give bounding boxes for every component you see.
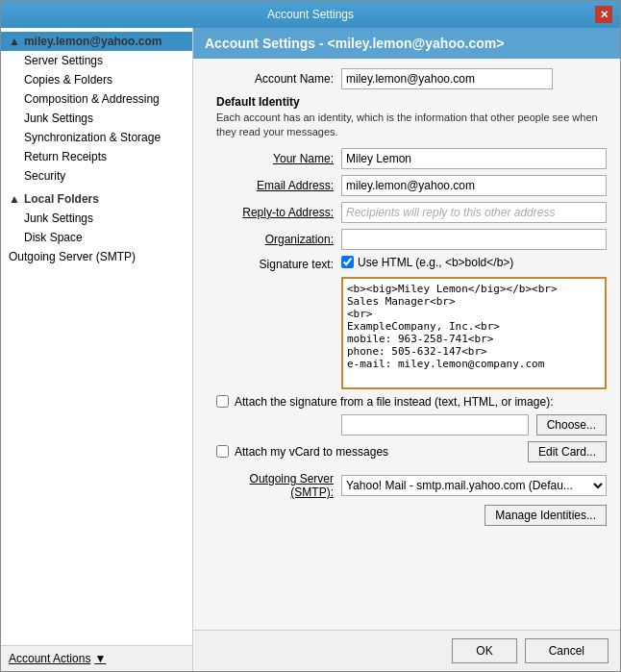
account-settings-window: Account Settings ✕ ▲ miley.lemon@yahoo.c… bbox=[0, 0, 621, 672]
sidebar-item-label: Security bbox=[24, 169, 65, 183]
sidebar-item-local-junk[interactable]: Junk Settings bbox=[1, 209, 192, 228]
outgoing-label: Outgoing Server (SMTP): bbox=[207, 472, 341, 499]
sidebar-item-label: Return Receipts bbox=[24, 150, 107, 163]
account-name-input[interactable] bbox=[341, 68, 553, 89]
signature-text-row: Signature text: Use HTML (e.g., <b>bold<… bbox=[207, 256, 607, 389]
sidebar-item-sync-storage[interactable]: Synchronization & Storage bbox=[1, 128, 192, 147]
signature-textarea[interactable]: <b><big>Miley Lemon</big></b><br> Sales … bbox=[343, 279, 605, 385]
use-html-label: Use HTML (e.g., <b>bold</b>) bbox=[358, 256, 513, 269]
manage-identities-row: Manage Identities... bbox=[207, 505, 607, 526]
panel-header: Account Settings - <miley.lemon@yahoo.co… bbox=[193, 28, 620, 59]
dialog-footer: OK Cancel bbox=[193, 630, 620, 671]
sidebar-item-copies-folders[interactable]: Copies & Folders bbox=[1, 70, 192, 89]
sidebar-item-label: Junk Settings bbox=[24, 212, 93, 225]
organization-row: Organization: bbox=[207, 229, 607, 250]
sidebar-item-security[interactable]: Security bbox=[1, 166, 192, 186]
sidebar-item-return-receipts[interactable]: Return Receipts bbox=[1, 147, 192, 166]
title-bar: Account Settings ✕ bbox=[1, 1, 620, 28]
signature-right: Use HTML (e.g., <b>bold</b>) <b><big>Mil… bbox=[341, 256, 607, 389]
ok-button[interactable]: OK bbox=[452, 638, 516, 663]
sidebar-local-folders-label: Local Folders bbox=[24, 192, 99, 206]
sidebar-item-label: Synchronization & Storage bbox=[24, 131, 161, 144]
reply-to-label: Reply-to Address: bbox=[207, 206, 341, 219]
panel-body: Account Name: Default Identity Each acco… bbox=[193, 59, 620, 630]
close-button[interactable]: ✕ bbox=[595, 6, 612, 23]
sidebar-item-composition[interactable]: Composition & Addressing bbox=[1, 89, 192, 109]
reply-to-input[interactable] bbox=[341, 202, 607, 223]
sidebar-tree: ▲ miley.lemon@yahoo.com Server Settings … bbox=[1, 28, 192, 645]
sidebar-item-label: Server Settings bbox=[24, 54, 103, 67]
email-address-input[interactable] bbox=[341, 175, 607, 196]
email-address-row: Email Address: bbox=[207, 175, 607, 196]
attach-sig-path-input[interactable] bbox=[341, 414, 529, 436]
your-name-input[interactable] bbox=[341, 148, 607, 169]
use-html-checkbox[interactable] bbox=[341, 256, 354, 268]
sidebar-item-label: Copies & Folders bbox=[24, 73, 112, 87]
sidebar-item-label: Junk Settings bbox=[24, 112, 93, 125]
organization-label: Organization: bbox=[207, 233, 341, 246]
collapse-icon: ▲ bbox=[9, 35, 20, 48]
sidebar: ▲ miley.lemon@yahoo.com Server Settings … bbox=[1, 28, 193, 671]
manage-identities-button[interactable]: Manage Identities... bbox=[484, 505, 607, 526]
outgoing-server-select[interactable]: Yahoo! Mail - smtp.mail.yahoo.com (Defau… bbox=[341, 475, 607, 496]
sidebar-item-label: Disk Space bbox=[24, 231, 83, 244]
default-identity-desc: Each account has an identity, which is t… bbox=[216, 111, 607, 140]
default-identity-title: Default Identity bbox=[216, 95, 607, 109]
account-actions-button[interactable]: Account Actions ▼ bbox=[9, 652, 106, 665]
account-actions-label: Account Actions bbox=[9, 652, 90, 665]
cancel-button[interactable]: Cancel bbox=[525, 638, 609, 663]
sidebar-item-server-settings[interactable]: Server Settings bbox=[1, 51, 192, 70]
choose-button[interactable]: Choose... bbox=[536, 414, 607, 436]
account-name-label: Account Name: bbox=[207, 72, 341, 86]
sidebar-item-label: Outgoing Server (SMTP) bbox=[9, 250, 136, 263]
sidebar-item-label: Composition & Addressing bbox=[24, 92, 160, 106]
email-address-label: Email Address: bbox=[207, 179, 341, 192]
sidebar-item-account[interactable]: ▲ miley.lemon@yahoo.com bbox=[1, 32, 192, 51]
collapse-icon: ▲ bbox=[9, 192, 20, 206]
vcard-row: Attach my vCard to messages Edit Card... bbox=[216, 441, 607, 462]
signature-text-label: Signature text: bbox=[207, 256, 341, 271]
signature-textarea-wrapper: <b><big>Miley Lemon</big></b><br> Sales … bbox=[341, 277, 607, 389]
account-name-row: Account Name: bbox=[207, 68, 607, 89]
right-panel: Account Settings - <miley.lemon@yahoo.co… bbox=[193, 28, 620, 671]
attach-sig-input-row: Choose... bbox=[207, 414, 607, 436]
attach-vcard-checkbox[interactable] bbox=[216, 445, 229, 458]
sidebar-item-outgoing-smtp[interactable]: Outgoing Server (SMTP) bbox=[1, 247, 192, 266]
sidebar-item-disk-space[interactable]: Disk Space bbox=[1, 228, 192, 247]
reply-to-row: Reply-to Address: bbox=[207, 202, 607, 223]
sidebar-account-label: miley.lemon@yahoo.com bbox=[24, 35, 162, 48]
sidebar-item-local-folders[interactable]: ▲ Local Folders bbox=[1, 189, 192, 209]
sidebar-item-junk-settings[interactable]: Junk Settings bbox=[1, 109, 192, 128]
use-html-row: Use HTML (e.g., <b>bold</b>) bbox=[341, 256, 607, 269]
attach-vcard-label: Attach my vCard to messages bbox=[235, 445, 388, 459]
your-name-label: Your Name: bbox=[207, 152, 341, 165]
your-name-row: Your Name: bbox=[207, 148, 607, 169]
window-title: Account Settings bbox=[26, 8, 595, 21]
attach-sig-row: Attach the signature from a file instead… bbox=[216, 395, 607, 409]
panel-header-text: Account Settings - <miley.lemon@yahoo.co… bbox=[205, 36, 504, 51]
organization-input[interactable] bbox=[341, 229, 607, 250]
attach-sig-checkbox[interactable] bbox=[216, 395, 229, 408]
edit-card-button[interactable]: Edit Card... bbox=[528, 441, 607, 462]
default-identity-section: Default Identity Each account has an ide… bbox=[216, 95, 607, 140]
attach-sig-label: Attach the signature from a file instead… bbox=[235, 395, 553, 409]
account-actions-arrow-icon: ▼ bbox=[94, 652, 106, 665]
outgoing-row: Outgoing Server (SMTP): Yahoo! Mail - sm… bbox=[207, 472, 607, 499]
sidebar-actions: Account Actions ▼ bbox=[1, 645, 192, 671]
main-content: ▲ miley.lemon@yahoo.com Server Settings … bbox=[1, 28, 620, 671]
